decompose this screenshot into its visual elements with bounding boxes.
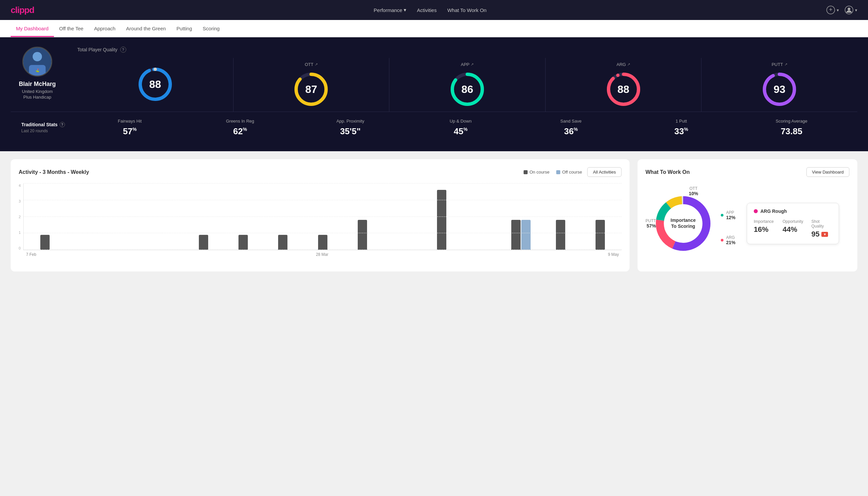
all-activities-button[interactable]: All Activities	[587, 167, 621, 177]
donut-total: 88	[137, 66, 174, 103]
y-label-4: 4	[19, 184, 21, 188]
arg-annotation: ARG 21%	[726, 235, 736, 245]
nav-performance[interactable]: Performance ▾	[374, 7, 406, 13]
nav-activities[interactable]: Activities	[417, 7, 437, 13]
info-card-title-text: ARG Rough	[760, 208, 787, 214]
bar-group-5	[225, 235, 262, 250]
score-ott: OTT ↗ 87	[234, 58, 390, 112]
score-arg-value: 88	[617, 83, 630, 96]
on-course-dot	[524, 170, 527, 174]
svg-point-19	[616, 74, 619, 77]
svg-point-13	[310, 73, 313, 76]
score-putt-value: 93	[773, 83, 785, 96]
bottom-panels: Activity - 3 Months - Weekly On course O…	[0, 151, 868, 279]
x-label-mar: 28 Mar	[316, 252, 328, 257]
bar-on-course-4	[199, 235, 208, 250]
stat-scoring-average: Scoring Average 73.85	[737, 119, 847, 137]
svg-point-22	[778, 73, 781, 76]
user-dropdown: ▾	[855, 7, 857, 13]
info-icon: ?	[120, 47, 126, 52]
hero-section: ⛳ Blair McHarg United Kingdom Plus Handi…	[0, 37, 868, 151]
score-total-value: 88	[149, 78, 161, 91]
arg-dot	[721, 239, 723, 242]
stat-app-proximity: App. Proximity 35'5"	[295, 119, 405, 137]
score-putt-label: PUTT	[772, 62, 783, 67]
score-arg-label: ARG	[617, 62, 626, 67]
what-to-work-panel: What To Work On View Dashboard PUTT 57% …	[637, 159, 857, 272]
ott-trend: ↗	[315, 62, 318, 67]
score-total: 88	[77, 58, 234, 112]
tab-approach[interactable]: Approach	[89, 26, 121, 37]
gridline-3	[23, 200, 621, 200]
what-panel-title: What To Work On	[646, 169, 690, 175]
down-arrow-icon: ▼	[821, 232, 828, 237]
score-putt: PUTT ↗ 93	[701, 58, 857, 112]
add-button[interactable]: + ▾	[826, 5, 839, 15]
bar-on-course-5	[238, 235, 248, 250]
bar-group-6	[265, 235, 301, 250]
arg-trend: ↗	[627, 62, 630, 67]
gridline-4	[23, 183, 621, 184]
trad-info-icon: ?	[60, 122, 65, 127]
trad-stats-subtitle: Last 20 rounds	[21, 128, 75, 133]
stat-1-putt: 1 Putt 33%	[626, 119, 737, 137]
metric-shot-quality: Shot Quality 95 ▼	[811, 219, 832, 238]
score-ott-label: OTT	[305, 62, 313, 67]
chevron-down-icon: ▾	[404, 7, 406, 13]
app-trend: ↗	[471, 62, 474, 67]
top-nav: clippd Performance ▾ Activities What To …	[0, 0, 868, 20]
nav-links: Performance ▾ Activities What To Work On	[374, 7, 487, 13]
gridline-2	[23, 217, 621, 217]
trad-stats-title: Traditional Stats	[21, 122, 58, 127]
bar-group-14	[582, 220, 619, 250]
off-course-dot	[556, 170, 560, 174]
y-label-2: 2	[19, 215, 21, 219]
chart-x-labels: 7 Feb 28 Mar 9 May	[23, 250, 621, 257]
donut-app: 86	[449, 71, 486, 108]
score-app: APP ↗ 86	[389, 58, 546, 112]
tab-around-the-green[interactable]: Around the Green	[121, 26, 171, 37]
bar-on-course-10	[437, 190, 446, 250]
bar-group-0	[26, 235, 63, 250]
svg-text:+: +	[829, 6, 833, 13]
legend-off-course: Off course	[556, 170, 582, 174]
metric-opportunity: Opportunity 44%	[783, 219, 803, 238]
y-label-0: 0	[19, 246, 21, 250]
bar-group-4	[185, 235, 222, 250]
tab-off-the-tee[interactable]: Off the Tee	[54, 26, 89, 37]
x-label-feb: 7 Feb	[26, 252, 36, 257]
stat-fairways-hit: Fairways Hit 57%	[75, 119, 185, 137]
bar-group-10	[423, 190, 460, 250]
nav-what-to-work-on[interactable]: What To Work On	[447, 7, 487, 13]
bar-on-course-8	[358, 220, 367, 250]
svg-text:Importance: Importance	[670, 218, 696, 223]
player-info: ⛳ Blair McHarg United Kingdom Plus Handi…	[11, 47, 64, 99]
tab-putting[interactable]: Putting	[171, 26, 198, 37]
user-menu[interactable]: ▾	[845, 5, 857, 15]
bar-group-8	[344, 220, 381, 250]
donut-wrap: PUTT 57% OTT 10% APP 12% ARG	[646, 184, 849, 263]
activity-panel: Activity - 3 Months - Weekly On course O…	[11, 159, 630, 272]
chart-legend: On course Off course	[524, 170, 582, 174]
activity-chart-title: Activity - 3 Months - Weekly	[19, 169, 89, 175]
logo[interactable]: clippd	[11, 5, 34, 15]
bar-group-12	[503, 220, 540, 250]
view-dashboard-button[interactable]: View Dashboard	[806, 167, 849, 177]
donut-arg: 88	[605, 71, 642, 108]
y-label-3: 3	[19, 199, 21, 203]
bar-on-course-12	[511, 220, 521, 250]
bar-group-13	[542, 220, 579, 250]
svg-text:To Scoring: To Scoring	[671, 223, 695, 229]
tab-my-dashboard[interactable]: My Dashboard	[11, 26, 54, 37]
tabs-bar: My Dashboard Off the Tee Approach Around…	[0, 20, 868, 37]
donut-ott: 87	[293, 71, 329, 108]
bar-on-course-6	[278, 235, 287, 250]
app-annotation: APP 12%	[726, 210, 736, 220]
svg-point-5	[33, 52, 42, 61]
scores-grid: 88 OTT ↗ 87	[77, 58, 857, 112]
svg-point-10	[154, 68, 157, 71]
tab-scoring[interactable]: Scoring	[198, 26, 225, 37]
info-card-dot	[754, 209, 758, 213]
stat-up-down: Up & Down 45%	[405, 119, 516, 137]
bar-off-course-12	[521, 220, 531, 250]
